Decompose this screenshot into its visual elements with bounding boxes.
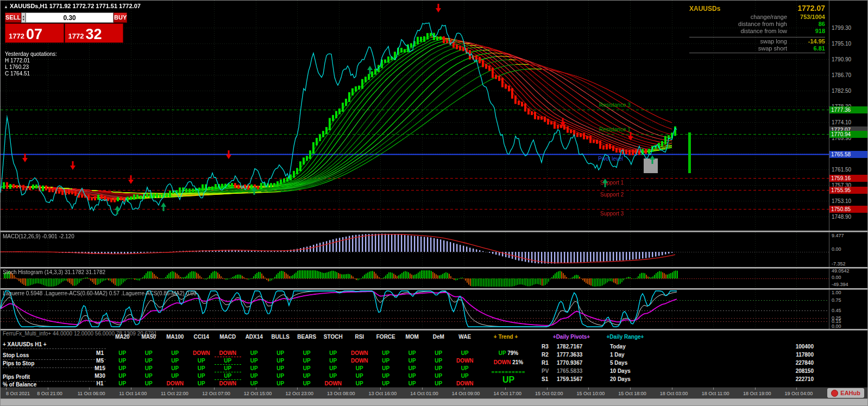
indicator-scale-label: 0.45 <box>832 308 841 313</box>
daily-range-header: +Daily Range+ <box>595 334 656 340</box>
indicator-column-header: BULLS <box>267 334 294 340</box>
time-label: 15 Oct 18:00 <box>616 391 649 396</box>
time-axis-strip[interactable]: EAHub 8 Oct 20218 Oct 21:0011 Oct 06:001… <box>1 387 868 398</box>
indicator-column-header: RSI <box>347 334 373 340</box>
indicator-column-header: MOM <box>399 334 426 340</box>
indicator-column-header: ADX14 <box>241 334 268 340</box>
chart-symbol-icon: ▲ <box>4 4 8 9</box>
mt4-window: ▲XAUUSDs,H1 1771.92 1772.72 1771.51 1772… <box>0 0 868 406</box>
signal-cell: UP <box>215 373 241 380</box>
volume-stepper[interactable]: ▲ ▼ <box>21 12 26 23</box>
time-label: 8 Oct 21:00 <box>34 391 66 396</box>
signal-cell: UP <box>399 358 426 364</box>
signal-cell: UP <box>399 373 426 379</box>
signal-cell: UP <box>267 373 294 379</box>
time-tick <box>464 388 464 390</box>
time-label: 18 Oct 19:00 <box>741 391 773 396</box>
time-label: 8 Oct 2021 <box>2 391 34 396</box>
signal-cell: DOWN <box>452 358 479 364</box>
sell-button[interactable]: SELL <box>5 12 21 23</box>
time-label: 14 Oct 17:00 <box>491 391 524 396</box>
range-label: 5 Days <box>610 360 653 366</box>
signal-cell: UP <box>162 373 188 379</box>
buy-price-panel[interactable]: 1772 32 <box>65 23 124 43</box>
yesterday-close: C 1764.51 <box>5 71 57 77</box>
indicator-scale-label: -7.352 <box>832 261 846 267</box>
info-label: swap short <box>758 45 787 52</box>
range-label: 1 Day <box>610 352 653 358</box>
info-label: change/range <box>751 14 787 21</box>
indicator-column-header: DeM <box>425 334 452 340</box>
info-price: 1772.07 <box>797 4 825 12</box>
price-scale-label: 1799.30 <box>832 25 851 31</box>
time-tick <box>588 388 589 390</box>
volume-input[interactable] <box>26 12 114 23</box>
stepper-down-icon[interactable]: ▼ <box>22 18 25 21</box>
signal-cell: UP <box>188 373 215 379</box>
timeframe-label: M5 <box>92 358 108 364</box>
signal-cell: UP <box>241 365 268 371</box>
dashboard-symbol-line: + XAUUSDs H1 + <box>3 341 106 349</box>
signal-cell: UP <box>425 358 452 364</box>
signal-cell: UP <box>215 365 241 372</box>
range-value: 227840 <box>680 360 814 366</box>
buy-button[interactable]: BUY <box>114 12 127 23</box>
pivot-value: 1759.1567 <box>557 376 600 382</box>
signal-cell: UP <box>294 373 320 379</box>
signal-cell: UP <box>320 373 347 379</box>
time-tick <box>796 388 797 390</box>
info-label: distance from high <box>738 21 787 28</box>
indicator-column-header: STOCH <box>320 334 347 340</box>
time-tick <box>131 388 131 390</box>
signal-cell: UP <box>373 365 399 371</box>
time-tick <box>172 388 173 390</box>
signal-cell: DOWN <box>215 350 241 357</box>
time-label: 12 Oct 07:00 <box>200 391 232 396</box>
panel-divider[interactable] <box>1 231 868 232</box>
panel-divider[interactable] <box>1 329 868 331</box>
signal-cell: UP <box>425 365 452 371</box>
time-label: 11 Oct 14:00 <box>117 391 149 396</box>
price-scale-label: 1748.90 <box>832 214 851 220</box>
price-badge: 1759.16 <box>829 175 867 182</box>
info-row-swap-long: swap long -14.95 <box>689 38 825 45</box>
macd-panel-canvas[interactable] <box>1 232 829 267</box>
indicator-scale-label: 0.00 <box>832 323 841 329</box>
signal-cell: UP <box>188 358 215 364</box>
trend-bar: ========== <box>479 370 538 375</box>
range-label: 10 Days <box>610 368 653 374</box>
indicator-scale-label: 0.00 <box>832 275 841 280</box>
timeframe-label: M30 <box>92 373 108 379</box>
range-value: 100400 <box>680 344 814 350</box>
signal-cell: UP <box>294 350 320 356</box>
sell-price-panel[interactable]: 1772 07 <box>5 23 64 43</box>
price-badge: 1777.36 <box>829 106 867 113</box>
range-value: 222710 <box>680 376 814 382</box>
signal-cell: UP <box>188 380 215 386</box>
stoch-panel-canvas[interactable] <box>1 269 829 288</box>
eahub-logo-icon <box>831 390 838 397</box>
pivot-value: 1765.5833 <box>557 368 600 374</box>
trend-header: + Trend + <box>475 334 536 340</box>
panel-divider[interactable] <box>1 288 868 290</box>
signal-cell: UP <box>109 365 136 371</box>
buy-price-main: 1772 <box>68 32 84 40</box>
range-value: 117800 <box>680 352 814 358</box>
price-badge: 1755.95 <box>829 187 867 194</box>
signal-cell: UP <box>452 373 479 379</box>
indicator-column-header: MA20 <box>109 334 136 340</box>
signal-cell: UP <box>241 373 268 379</box>
indicator-column-header: BEARS <box>294 334 320 340</box>
signal-cell: UP <box>109 373 136 379</box>
signal-cell: UP <box>294 365 320 371</box>
pivot-label: R2 <box>542 352 556 358</box>
info-row-distance-low: distance from low 918 <box>689 28 825 35</box>
time-tick <box>630 388 631 390</box>
panel-divider[interactable] <box>1 267 868 269</box>
signal-cell: UP <box>320 350 347 356</box>
swap-info-box: swap long -14.95 swap short 6.81 <box>689 37 825 53</box>
signal-cell: UP <box>399 365 426 371</box>
signal-cell: UP <box>347 380 373 386</box>
signal-cell: UP <box>109 350 136 356</box>
time-tick <box>297 388 298 390</box>
